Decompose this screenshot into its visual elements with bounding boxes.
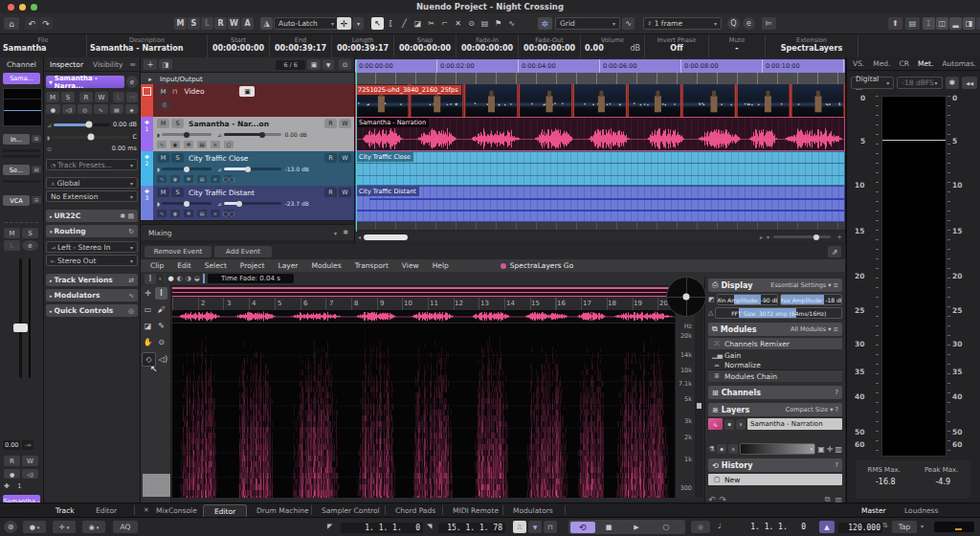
- transport-modes-icon[interactable]: ⊛: [4, 521, 17, 533]
- info-value-invert-phase[interactable]: Off: [645, 44, 708, 53]
- track-write-button[interactable]: W: [339, 153, 351, 163]
- track-volume-value[interactable]: -23.7 dB: [285, 200, 309, 207]
- undo-button[interactable]: ↶: [25, 17, 38, 30]
- editor-overview-waveform[interactable]: [172, 310, 675, 323]
- menu-help[interactable]: Help: [433, 261, 449, 270]
- track-volume-slider[interactable]: [224, 168, 281, 170]
- tab-midi-remote[interactable]: MIDI Remote: [453, 506, 499, 515]
- read-all-button[interactable]: R: [214, 17, 227, 30]
- quantize-button[interactable]: Q: [727, 17, 740, 30]
- chevron-down-icon[interactable]: ▾: [334, 230, 337, 236]
- traffic-light-zoom[interactable]: [31, 4, 37, 11]
- edit-channel-icon[interactable]: e: [211, 141, 220, 148]
- min-amplitude-slider[interactable]: Min Amplitude: -90 dB: [717, 294, 779, 305]
- channel-left-icon[interactable]: ◐: [177, 275, 183, 282]
- editor-overview-band[interactable]: [172, 287, 675, 297]
- layer-row[interactable]: ∿ ▪ s Samantha - Narration: [708, 418, 842, 430]
- comp-tool[interactable]: ▤: [479, 17, 491, 30]
- inserts-bypass-icon[interactable]: ⊞: [32, 135, 41, 143]
- video-format-icon[interactable]: ⎘: [157, 100, 172, 110]
- stereo-icon[interactable]: ◯◯: [224, 210, 234, 217]
- playback-wheel[interactable]: [666, 277, 706, 317]
- tap-tempo-button[interactable]: Tap: [892, 521, 917, 533]
- erase-tool[interactable]: ◪: [412, 17, 424, 30]
- gear-icon[interactable]: ✱: [120, 212, 125, 220]
- snap-toggle[interactable]: ✲: [538, 17, 552, 30]
- scroll-tool-button[interactable]: ✛: [337, 17, 351, 30]
- pan-slider[interactable]: [52, 136, 129, 139]
- max-amplitude-slider[interactable]: Max Amplitude: -18 dB: [780, 294, 842, 305]
- pencil-tool[interactable]: ✎: [155, 320, 167, 332]
- layer-solo-button[interactable]: s: [736, 419, 746, 430]
- fft-size-slider[interactable]: FFT Size: 3072 smp (64ms/16Hz): [715, 307, 842, 319]
- module-gain[interactable]: ▁▄ Gain: [708, 349, 842, 361]
- info-value-volume[interactable]: 0.00: [585, 44, 604, 53]
- record-icon[interactable]: ○: [224, 141, 234, 148]
- current-tool-icon[interactable]: I: [145, 274, 156, 284]
- info-value-mute[interactable]: -: [709, 44, 765, 53]
- track-read-button[interactable]: R: [79, 92, 93, 102]
- lanes-icon[interactable]: ▤: [197, 210, 207, 217]
- layers-section-header[interactable]: ≋ Layers Compact Size ▾ ?: [708, 403, 842, 416]
- zoom-tool[interactable]: ⊙: [155, 336, 167, 348]
- info-value-file[interactable]: Samantha: [0, 44, 86, 53]
- city-close-clip[interactable]: City Traffic Close: [355, 151, 845, 186]
- camera-icon[interactable]: ▣: [307, 59, 321, 70]
- layer-blend-select[interactable]: ▾: [740, 443, 815, 455]
- modules-chain-row[interactable]: ≣ Modules Chain: [708, 369, 842, 382]
- track-solo-button[interactable]: S: [61, 92, 75, 102]
- volume-value[interactable]: 0.00 dB: [113, 121, 137, 128]
- traffic-light-close[interactable]: [8, 4, 14, 11]
- module-normalize[interactable]: ≈ Normalize: [708, 361, 842, 369]
- right-locator-icon[interactable]: ◥: [427, 523, 432, 530]
- iterative-quantize-button[interactable]: e: [743, 17, 755, 30]
- track-volume-slider[interactable]: [224, 133, 281, 136]
- cycle-button[interactable]: ⟲: [570, 522, 595, 533]
- track-volume-value[interactable]: 0.00 dB: [285, 131, 307, 138]
- layer-footer-bypass[interactable]: ▪: [717, 444, 726, 454]
- locator-filter-button[interactable]: ▼: [528, 521, 542, 533]
- channel-fader-value[interactable]: 0.00: [3, 440, 20, 450]
- tab-editor-active[interactable]: Editor: [203, 504, 247, 518]
- tab-cr[interactable]: CR: [900, 59, 909, 68]
- chevron-down-icon[interactable]: ▾: [921, 523, 924, 529]
- tab-loudness[interactable]: Loudness: [904, 506, 938, 515]
- edit-channel-icon[interactable]: e: [211, 210, 220, 217]
- modules-preset-select[interactable]: All Modules: [791, 325, 826, 333]
- time-selection-tool[interactable]: I: [155, 287, 167, 300]
- track-read-button[interactable]: R: [324, 119, 337, 128]
- tab-vst[interactable]: VS.: [853, 59, 864, 68]
- track-row-city-close[interactable]: ✚ 2 M S City Traffic Close R W ◗ ⊿ -13.0…: [141, 151, 354, 187]
- display-preset-select[interactable]: Essential Settings: [770, 281, 826, 289]
- gear-icon[interactable]: ✱: [343, 229, 348, 236]
- remove-event-button[interactable]: Remove Event: [145, 246, 212, 257]
- zoom-in-icon[interactable]: +: [836, 234, 842, 241]
- track-row-video[interactable]: M ⊓ Video ▣ ⎘: [141, 84, 354, 118]
- record-button[interactable]: ○: [653, 522, 679, 533]
- tab-automation[interactable]: Automas.: [942, 59, 976, 68]
- zone-inspector-toggle[interactable]: ◫: [936, 17, 948, 30]
- audio-quantize-button[interactable]: AQ: [113, 521, 138, 533]
- delete-layer-icon[interactable]: ▥: [835, 445, 842, 454]
- left-locator-value[interactable]: 1. 1. 1. 0: [341, 523, 423, 533]
- menu-project[interactable]: Project: [240, 261, 265, 270]
- lanes-icon[interactable]: ▤: [197, 175, 207, 183]
- video-clip[interactable]: 7251025-uhd_3840_2160_25fps: [355, 84, 845, 117]
- object-selection-tool[interactable]: ↖: [371, 17, 384, 30]
- info-value-end[interactable]: 00:00:39:17: [270, 44, 331, 53]
- channel-all-icon[interactable]: ●: [168, 275, 174, 282]
- stop-button[interactable]: ■: [597, 522, 620, 533]
- warp-tool[interactable]: ⚑: [492, 17, 504, 30]
- menu-view[interactable]: View: [402, 261, 419, 270]
- playback-tool[interactable]: ◁): [157, 353, 169, 366]
- new-group-icon[interactable]: ▣: [817, 445, 825, 454]
- inspector-track-header[interactable]: ▼ Samantha - Narra...: [46, 76, 124, 88]
- automation-icon[interactable]: ∿: [157, 175, 167, 183]
- menu-layer[interactable]: Layer: [278, 261, 299, 270]
- track-pan-slider[interactable]: [162, 168, 212, 170]
- track-preset-button[interactable]: ◨: [159, 59, 172, 70]
- tempo-display[interactable]: 120.000: [838, 523, 882, 533]
- global-section-select[interactable]: ∧ Global ▾: [46, 177, 138, 189]
- track-write-button[interactable]: W: [95, 92, 108, 102]
- solo-all-button[interactable]: S: [188, 17, 200, 30]
